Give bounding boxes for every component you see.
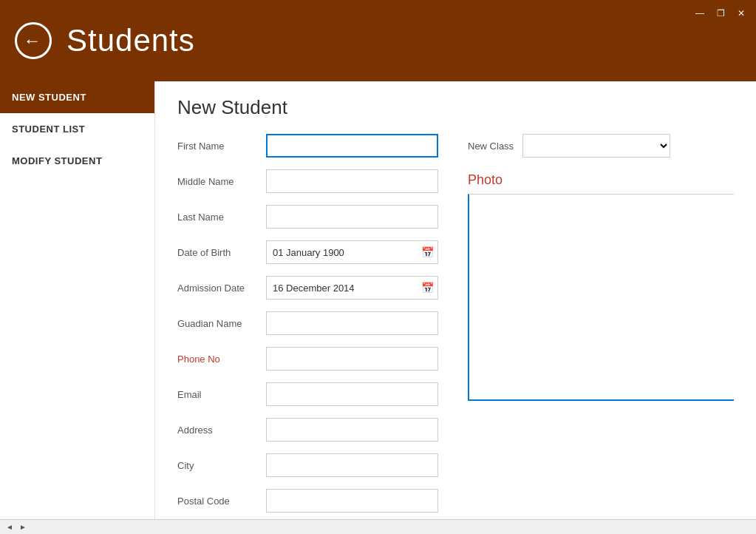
email-input[interactable] — [266, 382, 438, 406]
date-of-birth-wrapper: 📅 — [266, 240, 438, 264]
address-row: Address — [177, 418, 438, 442]
sidebar-item-modify-student[interactable]: MODIFY STUDENT — [0, 145, 154, 177]
middle-name-label: Middle Name — [177, 176, 266, 187]
form-layout: First Name Middle Name Last Name Date of… — [177, 134, 734, 519]
city-label: City — [177, 460, 266, 471]
admission-date-label: Admission Date — [177, 283, 266, 294]
last-name-input[interactable] — [266, 205, 438, 229]
first-name-input[interactable] — [266, 134, 438, 158]
postal-code-input[interactable] — [266, 489, 438, 513]
city-input[interactable] — [266, 453, 438, 477]
postal-code-label: Postal Code — [177, 496, 266, 507]
phone-no-row: Phone No — [177, 347, 438, 371]
email-row: Email — [177, 382, 438, 406]
page-title: New Student — [177, 96, 734, 119]
admission-date-wrapper: 📅 — [266, 276, 438, 300]
sidebar-item-student-list[interactable]: STUDENT LIST — [0, 113, 154, 145]
back-arrow-icon: ← — [24, 32, 41, 50]
middle-name-row: Middle Name — [177, 169, 438, 193]
first-name-row: First Name — [177, 134, 438, 158]
bottom-bar: ◄ ► — [0, 519, 756, 534]
close-button[interactable]: ✕ — [734, 7, 749, 19]
guardian-name-input[interactable] — [266, 311, 438, 335]
guardian-name-row: Guadian Name — [177, 311, 438, 335]
new-class-label: New Class — [468, 141, 514, 152]
date-of-birth-label: Date of Birth — [177, 247, 266, 258]
scroll-left-arrow[interactable]: ◄ — [3, 523, 16, 531]
first-name-label: First Name — [177, 141, 266, 152]
app-title: Students — [67, 23, 195, 58]
phone-no-input[interactable] — [266, 347, 438, 371]
minimize-button[interactable]: — — [692, 7, 707, 19]
scroll-right-arrow[interactable]: ► — [16, 523, 30, 531]
last-name-row: Last Name — [177, 205, 438, 229]
titlebar: — ❐ ✕ ← Students — [0, 0, 756, 81]
restore-button[interactable]: ❐ — [713, 7, 728, 19]
address-label: Address — [177, 425, 266, 436]
sidebar: NEW STUDENT STUDENT LIST MODIFY STUDENT — [0, 81, 155, 519]
date-of-birth-input[interactable] — [266, 240, 438, 264]
new-class-select[interactable] — [522, 134, 670, 158]
sidebar-item-new-student[interactable]: NEW STUDENT — [0, 81, 154, 113]
main-content: NEW STUDENT STUDENT LIST MODIFY STUDENT … — [0, 81, 756, 519]
city-row: City — [177, 453, 438, 477]
admission-date-row: Admission Date 📅 — [177, 276, 438, 300]
admission-date-input[interactable] — [266, 276, 438, 300]
phone-no-label: Phone No — [177, 354, 266, 365]
email-label: Email — [177, 389, 266, 400]
middle-name-input[interactable] — [266, 169, 438, 193]
postal-code-row: Postal Code — [177, 489, 438, 513]
date-of-birth-row: Date of Birth 📅 — [177, 240, 438, 264]
content-area: New Student First Name Middle Name Last … — [155, 81, 756, 519]
form-right: New Class Photo — [468, 134, 734, 519]
address-input[interactable] — [266, 418, 438, 442]
form-left: First Name Middle Name Last Name Date of… — [177, 134, 438, 519]
last-name-label: Last Name — [177, 212, 266, 223]
window-controls: — ❐ ✕ — [692, 7, 749, 19]
new-class-row: New Class — [468, 134, 734, 158]
photo-label: Photo — [468, 172, 734, 188]
photo-area[interactable] — [468, 194, 734, 401]
back-button[interactable]: ← — [15, 22, 52, 59]
guardian-name-label: Guadian Name — [177, 318, 266, 329]
